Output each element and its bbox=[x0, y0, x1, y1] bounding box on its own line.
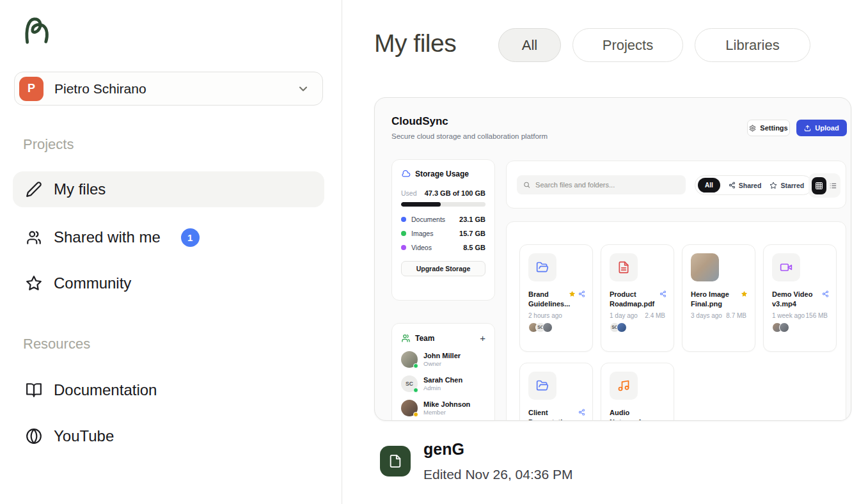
app-logo-icon[interactable] bbox=[23, 17, 50, 45]
avatar bbox=[617, 322, 627, 333]
team-member-row: SC Sarah Chen Admin bbox=[401, 375, 485, 392]
share-icon bbox=[729, 182, 736, 189]
users-icon bbox=[26, 229, 42, 246]
videos-value: 8.5 GB bbox=[463, 244, 485, 251]
upgrade-storage-button: Upgrade Storage bbox=[401, 261, 485, 276]
images-label: Images bbox=[411, 230, 433, 237]
videos-dot bbox=[401, 245, 406, 250]
share-icon bbox=[578, 409, 585, 416]
document-icon bbox=[388, 454, 402, 468]
file-name: Demo Video v3.mp4 bbox=[772, 290, 818, 309]
pencil-icon bbox=[26, 181, 42, 198]
team-member-row: Mike Johnson Member bbox=[401, 400, 485, 416]
upload-icon bbox=[804, 125, 811, 132]
storage-row-documents: Documents 23.1 GB bbox=[401, 216, 485, 223]
preview-filter-all: All bbox=[698, 178, 720, 193]
tab-libraries[interactable]: Libraries bbox=[695, 28, 810, 62]
file-name: Hero Image Final.png bbox=[691, 290, 737, 309]
avatar-mike-johnson bbox=[401, 400, 418, 416]
sidebar-item-youtube[interactable]: YouTube bbox=[13, 418, 324, 454]
tab-all[interactable]: All bbox=[498, 28, 561, 62]
project-preview-card[interactable]: CloudSync Secure cloud storage and colla… bbox=[374, 97, 851, 421]
status-dot-away bbox=[413, 412, 418, 417]
storage-title: Storage Usage bbox=[415, 169, 469, 178]
avatar bbox=[542, 322, 553, 333]
team-add-button: + bbox=[480, 333, 485, 343]
globe-icon bbox=[26, 428, 42, 445]
preview-filter-group: All Shared Starred bbox=[695, 175, 813, 195]
sidebar-item-shared-with-me[interactable]: Shared with me 1 bbox=[13, 219, 324, 255]
list-icon bbox=[829, 181, 837, 191]
images-value: 15.7 GB bbox=[459, 230, 485, 237]
section-title-projects: Projects bbox=[23, 136, 74, 153]
file-time: 1 day ago bbox=[610, 312, 638, 319]
file-time: 1 week ago bbox=[772, 312, 805, 319]
documents-label: Documents bbox=[411, 216, 445, 223]
team-title: Team bbox=[415, 334, 434, 343]
avatar bbox=[779, 322, 789, 333]
member-role: Admin bbox=[423, 384, 462, 391]
star-icon bbox=[769, 182, 777, 189]
star-icon bbox=[569, 290, 576, 297]
share-icon bbox=[659, 290, 667, 297]
search-icon bbox=[523, 181, 530, 189]
member-name: Mike Johnson bbox=[423, 400, 470, 409]
member-role: Member bbox=[423, 409, 470, 416]
file-avatars bbox=[772, 322, 828, 333]
sidebar: P Pietro Schirano Projects My files Shar… bbox=[0, 0, 342, 504]
file-time: 2 hours ago bbox=[528, 312, 562, 319]
file-size: 8.7 MB bbox=[726, 312, 746, 319]
project-title[interactable]: genG bbox=[423, 440, 464, 459]
cloud-icon bbox=[401, 169, 411, 178]
avatar-sarah-chen: SC bbox=[401, 375, 418, 392]
storage-used-label: Used bbox=[401, 189, 417, 197]
folder-icon bbox=[536, 379, 549, 392]
file-card-hero-image: Hero Image Final.png 3 days ago8.7 MB bbox=[682, 244, 755, 352]
preview-search-toolbar: All Shared Starred bbox=[506, 161, 846, 209]
sidebar-item-my-files[interactable]: My files bbox=[13, 171, 324, 207]
file-name: Brand Guidelines... bbox=[528, 290, 574, 309]
preview-app-title: CloudSync bbox=[391, 115, 448, 128]
team-member-row: John Miller Owner bbox=[401, 351, 485, 368]
storage-usage-panel: Storage Usage Used 47.3 GB of 100 GB Doc… bbox=[391, 159, 495, 301]
sidebar-item-label: Community bbox=[54, 274, 131, 292]
chevron-down-icon bbox=[297, 83, 310, 95]
member-name: Sarah Chen bbox=[423, 376, 462, 384]
gear-icon bbox=[749, 125, 756, 132]
share-icon bbox=[822, 290, 829, 297]
file-time: 3 days ago bbox=[691, 312, 722, 319]
sidebar-item-label: Documentation bbox=[54, 381, 157, 399]
project-file-icon[interactable] bbox=[380, 446, 411, 476]
star-icon bbox=[741, 290, 748, 297]
preview-filter-shared: Shared bbox=[729, 182, 762, 189]
file-card-product-roadmap: Product Roadmap.pdf 1 day ago2.4 MB SC bbox=[601, 244, 674, 352]
sidebar-item-documentation[interactable]: Documentation bbox=[13, 372, 324, 408]
storage-row-videos: Videos 8.5 GB bbox=[401, 244, 485, 251]
storage-breakdown: Documents 23.1 GB Images 15.7 GB Videos … bbox=[401, 216, 485, 251]
preview-settings-button: Settings bbox=[747, 120, 790, 136]
team-users-icon bbox=[401, 333, 411, 343]
sidebar-item-community[interactable]: Community bbox=[13, 265, 324, 301]
member-name: John Miller bbox=[423, 352, 461, 360]
shared-count-badge: 1 bbox=[181, 228, 200, 247]
preview-settings-label: Settings bbox=[760, 124, 787, 132]
preview-upload-label: Upload bbox=[815, 124, 839, 132]
tab-projects[interactable]: Projects bbox=[572, 28, 683, 62]
workspace-switcher[interactable]: P Pietro Schirano bbox=[14, 72, 323, 106]
storage-progress-fill bbox=[401, 202, 441, 207]
file-text-icon bbox=[617, 261, 630, 274]
filter-pills: All Projects Libraries bbox=[498, 28, 810, 62]
file-card-brand-guidelines: Brand Guidelines... 2 hours ago SC bbox=[519, 244, 593, 352]
preview-files-panel: Brand Guidelines... 2 hours ago SC bbox=[506, 221, 846, 421]
section-title-resources: Resources bbox=[23, 336, 90, 352]
file-card-audio-notes: Audio Notes.m4a bbox=[601, 363, 674, 421]
project-edited-timestamp: Edited Nov 26, 04:36 PM bbox=[423, 467, 572, 482]
file-size: 156 MB bbox=[806, 312, 828, 319]
page-title: My files bbox=[374, 29, 456, 58]
image-thumbnail bbox=[691, 253, 719, 281]
videos-label: Videos bbox=[411, 244, 432, 251]
book-open-icon bbox=[26, 382, 42, 398]
file-size: 2.4 MB bbox=[645, 312, 665, 319]
storage-row-images: Images 15.7 GB bbox=[401, 230, 485, 237]
storage-progress-bar bbox=[401, 202, 485, 207]
